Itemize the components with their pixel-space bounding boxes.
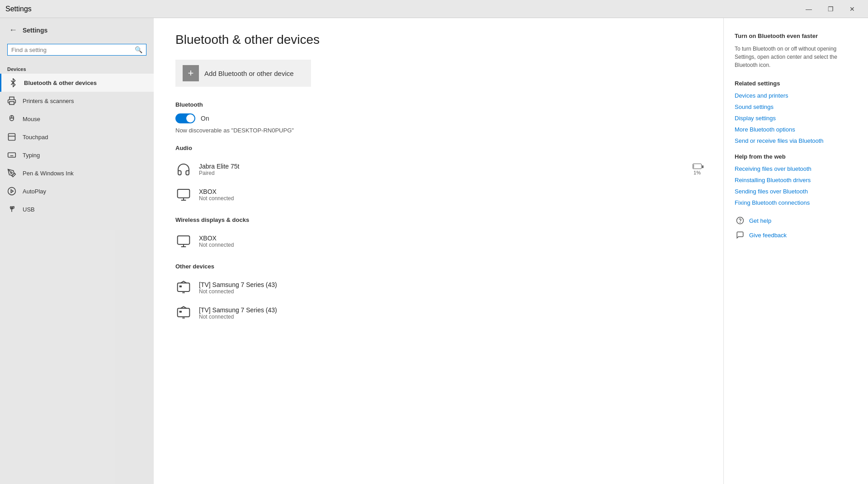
- tv-icon-2: [175, 305, 192, 321]
- give-feedback-link[interactable]: Give feedback: [749, 232, 787, 239]
- usb-icon: [7, 205, 17, 214]
- add-icon: +: [183, 65, 199, 81]
- tip-title: Turn on Bluetooth even faster: [735, 33, 857, 39]
- link-sound-settings[interactable]: Sound settings: [735, 103, 857, 110]
- link-display-settings[interactable]: Display settings: [735, 115, 857, 122]
- tv-icon-1: [175, 280, 192, 296]
- other-section-title: Other devices: [175, 263, 702, 270]
- app-container: ← Settings 🔍 Devices Bluetooth & other d…: [0, 18, 868, 484]
- link-devices-printers[interactable]: Devices and printers: [735, 92, 857, 99]
- sidebar-app-title: Settings: [23, 27, 47, 34]
- close-button[interactable]: ✕: [842, 2, 863, 16]
- battery-fill: [693, 164, 694, 168]
- device-item-jabra[interactable]: Jabra Elite 75t Paired 1%: [175, 157, 702, 182]
- right-panel: Turn on Bluetooth even faster To turn Bl…: [723, 18, 868, 484]
- sidebar-item-touchpad[interactable]: Touchpad: [0, 128, 154, 146]
- device-item-tv2[interactable]: [TV] Samsung 7 Series (43) Not connected: [175, 301, 702, 326]
- add-device-button[interactable]: + Add Bluetooth or other device: [175, 60, 311, 87]
- sidebar-item-pen[interactable]: Pen & Windows Ink: [0, 164, 154, 182]
- xbox-audio-status: Not connected: [199, 195, 702, 202]
- svg-rect-25: [178, 308, 190, 317]
- maximize-button[interactable]: ❐: [820, 2, 841, 16]
- svg-point-13: [8, 188, 16, 195]
- get-help-link[interactable]: Get help: [749, 217, 771, 224]
- sidebar-item-label-mouse: Mouse: [23, 116, 40, 122]
- sidebar-item-typing[interactable]: Typing: [0, 146, 154, 164]
- wireless-section-title: Wireless displays & docks: [175, 216, 702, 223]
- svg-rect-6: [8, 153, 16, 157]
- get-help-icon: [735, 215, 745, 226]
- bluetooth-toggle[interactable]: [175, 113, 195, 123]
- titlebar-title: Settings: [5, 5, 32, 13]
- tv1-status: Not connected: [199, 288, 702, 295]
- monitor-icon-xbox-audio: [175, 187, 192, 203]
- xbox-wireless-name: XBOX: [199, 235, 702, 242]
- xbox-wireless-status: Not connected: [199, 242, 702, 248]
- help-link-reinstalling[interactable]: Reinstalling Bluetooth drivers: [735, 177, 857, 183]
- device-item-xbox-wireless[interactable]: XBOX Not connected: [175, 229, 702, 254]
- sidebar-item-printers[interactable]: Printers & scanners: [0, 92, 154, 110]
- sidebar-item-label-usb: USB: [23, 206, 35, 213]
- touchpad-icon: [7, 132, 17, 141]
- help-link-fixing[interactable]: Fixing Bluetooth connections: [735, 199, 857, 206]
- bluetooth-icon: [9, 78, 19, 87]
- svg-rect-4: [9, 134, 15, 141]
- devices-section-label: Devices: [0, 63, 154, 74]
- jabra-status: Paired: [199, 170, 685, 176]
- get-help-row[interactable]: Get help: [735, 215, 857, 226]
- help-link-sending[interactable]: Sending files over Bluetooth: [735, 188, 857, 195]
- bottom-help: Get help Give feedback: [735, 215, 857, 240]
- tv1-name: [TV] Samsung 7 Series (43): [199, 281, 702, 288]
- sidebar-item-bluetooth[interactable]: Bluetooth & other devices: [0, 74, 154, 92]
- tv2-status: Not connected: [199, 314, 702, 320]
- svg-marker-14: [11, 190, 13, 193]
- jabra-name: Jabra Elite 75t: [199, 163, 685, 170]
- tip-text: To turn Bluetooth on or off without open…: [735, 45, 857, 69]
- link-more-bluetooth[interactable]: More Bluetooth options: [735, 126, 857, 133]
- titlebar-controls: — ❐ ✕: [798, 2, 863, 16]
- svg-point-28: [740, 222, 741, 222]
- battery-icon: [693, 164, 702, 169]
- xbox-audio-name: XBOX: [199, 188, 702, 195]
- tv2-name: [TV] Samsung 7 Series (43): [199, 306, 702, 314]
- sidebar-item-mouse[interactable]: Mouse: [0, 110, 154, 128]
- svg-point-12: [11, 172, 12, 174]
- tv1-info: [TV] Samsung 7 Series (43) Not connected: [199, 281, 702, 295]
- bluetooth-section-title: Bluetooth: [175, 101, 702, 108]
- printer-icon: [7, 96, 17, 105]
- mouse-icon: [7, 114, 17, 123]
- svg-rect-17: [178, 189, 190, 198]
- sidebar-item-autoplay[interactable]: AutoPlay: [0, 182, 154, 200]
- back-button[interactable]: ←: [7, 23, 19, 37]
- sidebar-item-label-bluetooth: Bluetooth & other devices: [24, 80, 97, 86]
- svg-rect-20: [178, 236, 190, 244]
- sidebar-item-label-pen: Pen & Windows Ink: [23, 170, 74, 177]
- search-box[interactable]: 🔍: [7, 44, 146, 56]
- help-title: Help from the web: [735, 153, 857, 160]
- minimize-button[interactable]: —: [798, 2, 819, 16]
- discoverable-text: Now discoverable as "DESKTOP-RN0PUPG": [175, 127, 702, 134]
- help-link-receiving[interactable]: Receiving files over bluetooth: [735, 165, 857, 172]
- audio-section-title: Audio: [175, 145, 702, 151]
- sidebar-item-label-printers: Printers & scanners: [23, 98, 74, 104]
- device-item-tv1[interactable]: [TV] Samsung 7 Series (43) Not connected: [175, 275, 702, 301]
- headset-icon: [175, 161, 192, 178]
- give-feedback-icon: [735, 230, 745, 240]
- device-item-xbox-audio[interactable]: XBOX Not connected: [175, 182, 702, 207]
- link-send-receive[interactable]: Send or receive files via Bluetooth: [735, 137, 857, 144]
- give-feedback-row[interactable]: Give feedback: [735, 230, 857, 240]
- svg-rect-24: [179, 286, 182, 287]
- sidebar-item-usb[interactable]: USB: [0, 200, 154, 218]
- tv2-info: [TV] Samsung 7 Series (43) Not connected: [199, 306, 702, 320]
- search-input[interactable]: [11, 47, 132, 53]
- related-settings-title: Related settings: [735, 80, 857, 87]
- svg-rect-16: [13, 207, 14, 208]
- monitor-icon-xbox-wireless: [175, 233, 192, 249]
- help-section: Help from the web: [735, 153, 857, 160]
- jabra-battery-label: 1%: [693, 170, 701, 175]
- toggle-label: On: [201, 115, 209, 122]
- titlebar: Settings — ❐ ✕: [0, 0, 868, 18]
- svg-rect-0: [9, 102, 14, 105]
- sidebar: ← Settings 🔍 Devices Bluetooth & other d…: [0, 18, 154, 484]
- autoplay-icon: [7, 187, 17, 196]
